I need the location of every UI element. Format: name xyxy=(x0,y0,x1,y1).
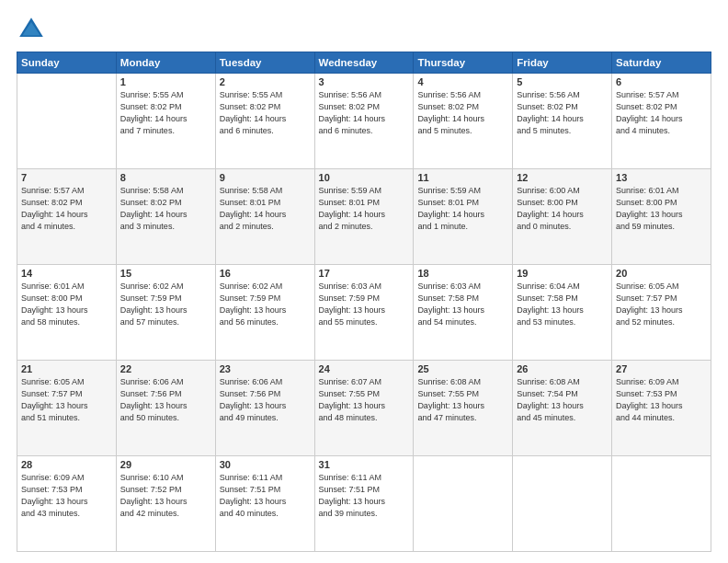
calendar-day-cell: 24Sunrise: 6:07 AM Sunset: 7:55 PM Dayli… xyxy=(314,361,414,456)
day-number: 23 xyxy=(220,363,311,374)
day-info: Sunrise: 5:58 AM Sunset: 8:01 PM Dayligh… xyxy=(220,185,311,233)
day-info: Sunrise: 6:05 AM Sunset: 7:57 PM Dayligh… xyxy=(21,376,112,424)
day-number: 7 xyxy=(21,172,112,183)
day-info: Sunrise: 6:08 AM Sunset: 7:54 PM Dayligh… xyxy=(517,376,608,424)
day-number: 19 xyxy=(517,268,608,279)
calendar-day-cell xyxy=(17,74,117,169)
calendar-day-cell: 25Sunrise: 6:08 AM Sunset: 7:55 PM Dayli… xyxy=(414,361,513,456)
day-info: Sunrise: 5:56 AM Sunset: 8:02 PM Dayligh… xyxy=(517,89,608,137)
day-number: 4 xyxy=(417,76,508,87)
day-number: 20 xyxy=(616,268,707,279)
calendar-day-header: Tuesday xyxy=(215,52,314,74)
calendar-day-cell: 12Sunrise: 6:00 AM Sunset: 8:00 PM Dayli… xyxy=(513,169,612,265)
day-info: Sunrise: 6:11 AM Sunset: 7:51 PM Dayligh… xyxy=(319,472,410,520)
day-info: Sunrise: 6:08 AM Sunset: 7:55 PM Dayligh… xyxy=(417,376,508,424)
calendar-week-row: 7Sunrise: 5:57 AM Sunset: 8:02 PM Daylig… xyxy=(17,169,711,265)
calendar-table: SundayMondayTuesdayWednesdayThursdayFrid… xyxy=(17,52,711,552)
day-info: Sunrise: 6:02 AM Sunset: 7:59 PM Dayligh… xyxy=(120,281,211,328)
day-info: Sunrise: 5:56 AM Sunset: 8:02 PM Dayligh… xyxy=(319,89,410,137)
calendar-week-row: 1Sunrise: 5:55 AM Sunset: 8:02 PM Daylig… xyxy=(17,74,711,169)
calendar-day-cell: 30Sunrise: 6:11 AM Sunset: 7:51 PM Dayli… xyxy=(215,456,314,552)
calendar-day-cell: 10Sunrise: 5:59 AM Sunset: 8:01 PM Dayli… xyxy=(314,169,414,265)
calendar-day-cell: 17Sunrise: 6:03 AM Sunset: 7:59 PM Dayli… xyxy=(314,265,414,361)
calendar-day-cell: 14Sunrise: 6:01 AM Sunset: 8:00 PM Dayli… xyxy=(17,265,117,361)
day-number: 11 xyxy=(417,172,508,183)
logo xyxy=(17,15,51,44)
day-number: 1 xyxy=(120,76,211,87)
calendar-day-header: Monday xyxy=(116,52,215,74)
day-info: Sunrise: 6:06 AM Sunset: 7:56 PM Dayligh… xyxy=(220,376,311,424)
calendar-day-cell: 16Sunrise: 6:02 AM Sunset: 7:59 PM Dayli… xyxy=(215,265,314,361)
day-info: Sunrise: 6:10 AM Sunset: 7:52 PM Dayligh… xyxy=(120,472,211,520)
day-number: 31 xyxy=(319,459,410,470)
calendar-week-row: 21Sunrise: 6:05 AM Sunset: 7:57 PM Dayli… xyxy=(17,361,711,456)
day-info: Sunrise: 6:03 AM Sunset: 7:59 PM Dayligh… xyxy=(319,281,410,328)
day-info: Sunrise: 6:05 AM Sunset: 7:57 PM Dayligh… xyxy=(616,281,707,328)
calendar-day-cell: 28Sunrise: 6:09 AM Sunset: 7:53 PM Dayli… xyxy=(17,456,117,552)
day-number: 27 xyxy=(616,363,707,374)
day-number: 2 xyxy=(220,76,311,87)
day-info: Sunrise: 5:56 AM Sunset: 8:02 PM Dayligh… xyxy=(417,89,508,137)
calendar-day-cell: 22Sunrise: 6:06 AM Sunset: 7:56 PM Dayli… xyxy=(116,361,215,456)
day-info: Sunrise: 6:04 AM Sunset: 7:58 PM Dayligh… xyxy=(517,281,608,328)
page: SundayMondayTuesdayWednesdayThursdayFrid… xyxy=(0,0,728,563)
calendar-day-cell: 15Sunrise: 6:02 AM Sunset: 7:59 PM Dayli… xyxy=(116,265,215,361)
day-number: 22 xyxy=(120,363,211,374)
day-number: 30 xyxy=(220,459,311,470)
day-info: Sunrise: 6:00 AM Sunset: 8:00 PM Dayligh… xyxy=(517,185,608,233)
day-info: Sunrise: 6:09 AM Sunset: 7:53 PM Dayligh… xyxy=(616,376,707,424)
day-number: 25 xyxy=(417,363,508,374)
header xyxy=(17,15,711,44)
day-number: 24 xyxy=(319,363,410,374)
calendar-day-cell: 19Sunrise: 6:04 AM Sunset: 7:58 PM Dayli… xyxy=(513,265,612,361)
calendar-day-cell: 29Sunrise: 6:10 AM Sunset: 7:52 PM Dayli… xyxy=(116,456,215,552)
calendar-week-row: 28Sunrise: 6:09 AM Sunset: 7:53 PM Dayli… xyxy=(17,456,711,552)
day-number: 6 xyxy=(616,76,707,87)
day-info: Sunrise: 5:57 AM Sunset: 8:02 PM Dayligh… xyxy=(21,185,112,233)
day-number: 14 xyxy=(21,268,112,279)
day-info: Sunrise: 5:55 AM Sunset: 8:02 PM Dayligh… xyxy=(120,89,211,137)
calendar-week-row: 14Sunrise: 6:01 AM Sunset: 8:00 PM Dayli… xyxy=(17,265,711,361)
day-number: 3 xyxy=(319,76,410,87)
day-info: Sunrise: 5:59 AM Sunset: 8:01 PM Dayligh… xyxy=(319,185,410,233)
calendar-day-cell xyxy=(414,456,513,552)
day-number: 18 xyxy=(417,268,508,279)
calendar-day-cell xyxy=(612,456,711,552)
calendar-day-cell: 1Sunrise: 5:55 AM Sunset: 8:02 PM Daylig… xyxy=(116,74,215,169)
calendar-day-header: Wednesday xyxy=(314,52,414,74)
day-info: Sunrise: 6:02 AM Sunset: 7:59 PM Dayligh… xyxy=(220,281,311,328)
day-number: 15 xyxy=(120,268,211,279)
calendar-day-cell: 18Sunrise: 6:03 AM Sunset: 7:58 PM Dayli… xyxy=(414,265,513,361)
calendar-day-cell: 23Sunrise: 6:06 AM Sunset: 7:56 PM Dayli… xyxy=(215,361,314,456)
calendar-day-cell: 4Sunrise: 5:56 AM Sunset: 8:02 PM Daylig… xyxy=(414,74,513,169)
day-info: Sunrise: 6:07 AM Sunset: 7:55 PM Dayligh… xyxy=(319,376,410,424)
day-number: 12 xyxy=(517,172,608,183)
day-info: Sunrise: 6:11 AM Sunset: 7:51 PM Dayligh… xyxy=(220,472,311,520)
day-info: Sunrise: 5:58 AM Sunset: 8:02 PM Dayligh… xyxy=(120,185,211,233)
day-number: 17 xyxy=(319,268,410,279)
logo-icon xyxy=(17,15,46,44)
calendar-day-cell: 7Sunrise: 5:57 AM Sunset: 8:02 PM Daylig… xyxy=(17,169,117,265)
day-info: Sunrise: 6:03 AM Sunset: 7:58 PM Dayligh… xyxy=(417,281,508,328)
calendar-day-header: Saturday xyxy=(612,52,711,74)
day-number: 5 xyxy=(517,76,608,87)
calendar-day-cell: 27Sunrise: 6:09 AM Sunset: 7:53 PM Dayli… xyxy=(612,361,711,456)
calendar-day-cell: 21Sunrise: 6:05 AM Sunset: 7:57 PM Dayli… xyxy=(17,361,117,456)
day-number: 29 xyxy=(120,459,211,470)
calendar-day-cell: 5Sunrise: 5:56 AM Sunset: 8:02 PM Daylig… xyxy=(513,74,612,169)
calendar-day-header: Friday xyxy=(513,52,612,74)
day-info: Sunrise: 6:01 AM Sunset: 8:00 PM Dayligh… xyxy=(21,281,112,328)
day-number: 21 xyxy=(21,363,112,374)
day-info: Sunrise: 5:59 AM Sunset: 8:01 PM Dayligh… xyxy=(417,185,508,233)
day-number: 10 xyxy=(319,172,410,183)
calendar-day-cell: 13Sunrise: 6:01 AM Sunset: 8:00 PM Dayli… xyxy=(612,169,711,265)
calendar-day-cell: 26Sunrise: 6:08 AM Sunset: 7:54 PM Dayli… xyxy=(513,361,612,456)
calendar-day-cell: 6Sunrise: 5:57 AM Sunset: 8:02 PM Daylig… xyxy=(612,74,711,169)
day-number: 26 xyxy=(517,363,608,374)
calendar-day-header: Thursday xyxy=(414,52,513,74)
day-number: 8 xyxy=(120,172,211,183)
day-number: 28 xyxy=(21,459,112,470)
day-number: 13 xyxy=(616,172,707,183)
calendar-day-cell: 2Sunrise: 5:55 AM Sunset: 8:02 PM Daylig… xyxy=(215,74,314,169)
day-number: 9 xyxy=(220,172,311,183)
